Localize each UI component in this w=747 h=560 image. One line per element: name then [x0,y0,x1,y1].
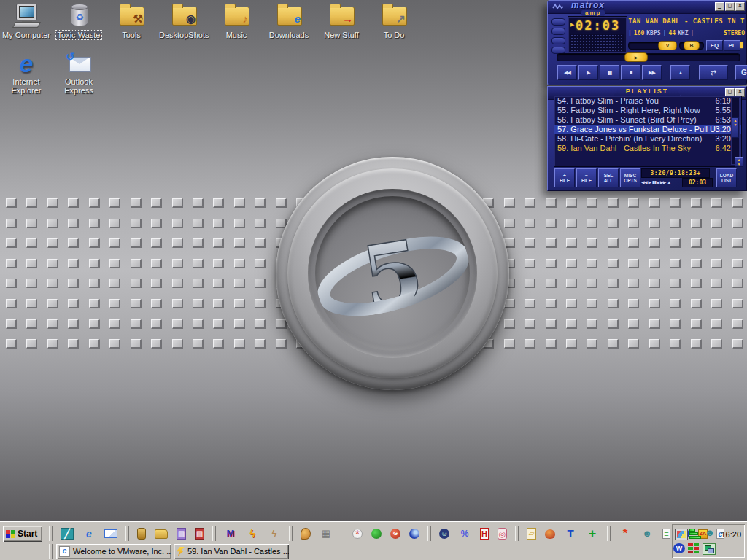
winamp-playlist-window: PLAYLIST □ × 54. Fatboy Slim - Praise Yo… [547,86,747,191]
ql-notebook-icon[interactable]: ▤ [195,528,204,540]
ql-person-chat-icon[interactable]: ☻ [640,528,654,540]
seek-knob[interactable]: ▶ [624,52,648,62]
tray-display-icon[interactable] [675,529,688,540]
shade-button[interactable]: □ [725,2,735,11]
tray-w-icon[interactable]: W [673,543,685,553]
icon-label: Tools [120,31,142,39]
ql-folder-icon[interactable] [155,529,168,539]
ql-plug-icon[interactable]: ϟ [268,528,281,540]
toolbar-handle[interactable] [341,526,344,541]
desktop-icon-desktopshots[interactable]: ◉ DesktopShots [158,3,210,41]
new-stuff-folder-icon: → [328,3,355,28]
ql-red-burst-icon[interactable]: * [619,528,632,540]
play-button[interactable]: ▶ [578,65,598,80]
list-scroll-buttons[interactable]: ▲ ▼ [735,157,743,167]
winamp-titlebar[interactable]: matrox amp _ □ × [548,1,746,14]
volume-slider[interactable]: V [628,42,675,50]
tray-volume-icon[interactable] [689,529,701,539]
pause-button[interactable]: ▮▮ [600,65,619,80]
tray-stats-icon[interactable] [688,543,700,553]
add-file-button[interactable]: + FILE [554,168,575,187]
desktop-icon-tools[interactable]: ⚒ Tools [105,3,158,41]
task-button-winamp[interactable]: 59. Ian Van Dahl - Castles ... [174,544,289,559]
playlist-item[interactable]: 55. Fatboy Slim - Right Here, Right Now5… [554,106,741,115]
visualizer[interactable] [570,34,624,51]
close-button[interactable]: × [735,2,745,11]
ql-address-book-icon[interactable]: ▤ [177,528,186,540]
desktop-icon-to-do[interactable]: ↗ To Do [368,3,420,41]
minimize-button[interactable]: _ [715,2,724,11]
misc-options-button[interactable]: MISC OPTS [620,168,640,187]
desktop-icon-downloads[interactable]: e Downloads [263,3,315,41]
mini-transport[interactable]: ◀◀ ▶ ▮▮ ■ ▶▶ ▲ [641,179,679,186]
mini-time: 02:03 [682,178,713,187]
tray-network-icon[interactable] [703,543,716,555]
eject-button[interactable]: ▲ [670,65,690,80]
ql-ghost-icon[interactable]: ☺ [439,529,449,539]
ql-green-plus-icon[interactable]: + [586,528,599,540]
toolbar-handle[interactable] [515,526,519,541]
ql-internet-explorer-icon[interactable]: e [82,528,96,540]
ql-letter-t-icon[interactable]: T [564,528,577,540]
seek-bar[interactable]: ▶ [557,53,740,61]
ql-hand-card-icon[interactable]: ▱ [527,528,536,540]
task-button-vmware[interactable]: e Welcome to VMware, Inc. ... [56,544,171,559]
repeat-button[interactable]: G [735,65,747,80]
ql-molecule-icon[interactable]: % [458,528,471,540]
toolbar-handle[interactable] [49,526,53,541]
balance-knob[interactable]: B [684,41,700,50]
shuffle-button[interactable]: ⇄ [699,65,728,80]
remove-file-button[interactable]: − FILE [576,168,597,187]
playlist-item[interactable]: 54. Fatboy Slim - Praise You6:19 [554,96,741,106]
toolbar-handle[interactable] [49,544,53,559]
desktop-icon-my-computer[interactable]: My Computer [0,3,53,41]
ql-outlook-express-icon[interactable] [104,529,117,538]
tray-user-icon[interactable]: ☻ [704,528,716,538]
toolbar-handle[interactable] [607,526,611,541]
task-label: Welcome to VMware, Inc. ... [73,547,171,556]
ql-show-desktop-icon[interactable]: ╱ [61,528,74,540]
load-list-button[interactable]: LOAD LIST [716,168,737,187]
ql-pinwheel-icon[interactable]: * [352,529,363,539]
volume-knob[interactable]: V [658,41,677,50]
previous-button[interactable]: ◀◀ [557,65,577,80]
ql-globe-red-icon[interactable]: G [390,529,400,539]
toolbar-handle[interactable] [289,526,293,541]
track-time: 02:03 [576,18,620,33]
playlist-item[interactable]: 56. Fatboy Slim - Sunset (Bird Of Prey)6… [554,115,741,125]
desktop-icon-internet-explorer[interactable]: e Internet Explorer [0,51,53,96]
desktop-icon-outlook-express[interactable]: ↺ Outlook Express [53,51,105,96]
next-button[interactable]: ▶▶ [642,65,662,80]
playlist-item-playing[interactable]: 59. Ian Van Dahl - Castles In The Sky6:4… [554,144,741,153]
toolbar-handle[interactable] [427,526,431,541]
toolbar-handle[interactable] [212,526,216,541]
eq-button[interactable]: EQ [706,40,723,51]
playlist-toggle-button[interactable]: PL [724,40,740,51]
playlist-scrollbar[interactable]: ▲ ▼ [731,98,740,165]
playlist-item[interactable]: 58. Hi-Gate - Pitchin' (In Every Directi… [554,134,741,144]
toolbar-handle[interactable] [125,526,129,541]
balance-slider[interactable]: B [679,42,704,50]
ql-globe-blue-icon[interactable] [409,529,419,539]
ql-palette-icon[interactable] [301,528,311,540]
desktop-icon-toxic-waste[interactable]: ♻ Toxic Waste [53,3,105,41]
ql-winamp-icon[interactable]: ϟ [246,528,259,540]
music-folder-icon: ♪ [223,3,249,28]
playlist-item-selected[interactable]: 57. Grace Jones vs Funkstar Deluxe - Pul… [554,125,741,134]
clutterbar[interactable] [551,18,565,54]
ql-pie-icon[interactable] [545,529,555,539]
ql-globe-green-icon[interactable] [371,529,382,539]
ql-list-doc-icon[interactable]: ≡ [662,529,670,539]
ql-m8-icon[interactable]: M [224,528,237,540]
scrollbar-handle[interactable]: ▲ ▼ [732,117,739,138]
stream-info: | 160 KBPS | 44 KHZ | STEREO [628,29,745,36]
ql-keyboard-icon[interactable]: ▦ [320,528,333,540]
start-button[interactable]: Start [3,526,42,542]
ql-letter-h-icon[interactable]: H [480,528,489,540]
ql-jar-icon[interactable] [137,528,146,540]
select-all-button[interactable]: SEL ALL [598,168,619,187]
ql-pink-roll-icon[interactable]: ◎ [498,528,507,540]
desktop-icon-new-stuff[interactable]: → New Stuff [315,3,368,41]
stop-button[interactable]: ■ [621,65,640,80]
desktop-icon-music[interactable]: ♪ Music [210,3,263,41]
